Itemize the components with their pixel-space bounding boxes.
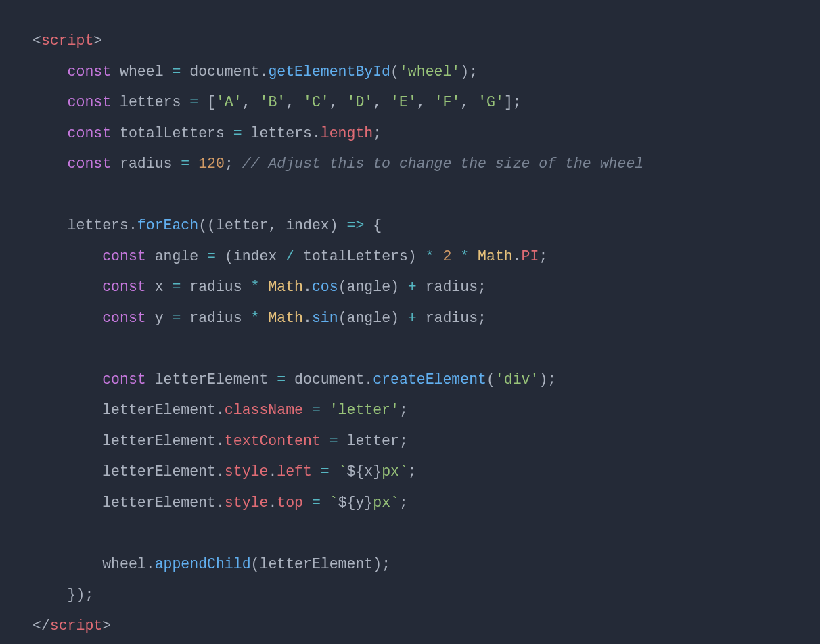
code-token: ) bbox=[390, 279, 399, 295]
code-line[interactable]: wheel.appendChild(letterElement); bbox=[32, 556, 390, 572]
code-token: ) bbox=[373, 556, 382, 572]
code-token bbox=[259, 310, 268, 326]
code-token: radius bbox=[181, 279, 250, 295]
code-token: ; bbox=[85, 586, 93, 603]
code-token: ` bbox=[329, 495, 338, 511]
code-token: ; bbox=[399, 433, 408, 449]
code-token: left bbox=[277, 463, 312, 480]
code-token: ( bbox=[251, 556, 260, 572]
code-token: . bbox=[259, 64, 268, 80]
code-token: ( bbox=[338, 310, 347, 326]
code-token: 'div' bbox=[495, 371, 539, 388]
code-token: 120 bbox=[198, 156, 225, 172]
code-token: 'A' bbox=[216, 94, 242, 110]
code-token: . bbox=[268, 463, 277, 480]
code-token: radius bbox=[417, 310, 478, 326]
code-token: } bbox=[364, 495, 373, 511]
code-line[interactable]: letterElement.style.left = `${x}px`; bbox=[32, 463, 417, 480]
code-token: = bbox=[189, 94, 198, 110]
code-token: . bbox=[216, 495, 225, 511]
code-line[interactable]: const totalLetters = letters.length; bbox=[32, 125, 382, 141]
code-token: = bbox=[172, 64, 181, 80]
code-token: const bbox=[68, 156, 112, 172]
code-token: = bbox=[321, 463, 329, 480]
code-token bbox=[32, 371, 102, 388]
code-token: style bbox=[225, 495, 269, 511]
code-token: / bbox=[286, 248, 294, 264]
code-line[interactable]: const x = radius * Math.cos(angle) + rad… bbox=[32, 279, 486, 295]
code-token: index bbox=[233, 248, 286, 264]
code-token: + bbox=[408, 310, 417, 326]
code-token: , bbox=[242, 94, 260, 110]
code-line[interactable]: letterElement.textContent = letter; bbox=[32, 433, 408, 449]
code-line[interactable]: const letters = ['A', 'B', 'C', 'D', 'E'… bbox=[32, 94, 522, 110]
code-token: letter bbox=[216, 217, 268, 233]
code-token: . bbox=[216, 463, 225, 480]
code-token: const bbox=[68, 94, 112, 110]
code-token: Math bbox=[268, 279, 303, 295]
code-token: 2 bbox=[442, 248, 451, 264]
code-token: ) bbox=[329, 217, 347, 233]
code-token: . bbox=[513, 248, 522, 264]
code-token: , bbox=[286, 94, 303, 110]
code-line[interactable]: const y = radius * Math.sin(angle) + rad… bbox=[32, 310, 486, 326]
code-token: radius bbox=[111, 156, 181, 172]
code-token: 'letter' bbox=[329, 402, 399, 418]
code-token: ] bbox=[504, 94, 513, 110]
code-token: const bbox=[68, 125, 112, 141]
code-token bbox=[321, 433, 329, 449]
code-line[interactable]: }); bbox=[32, 586, 93, 603]
code-token: . bbox=[216, 433, 225, 449]
code-token: > bbox=[93, 32, 102, 49]
code-line[interactable]: letters.forEach((letter, index) => { bbox=[32, 217, 382, 233]
code-line[interactable]: const radius = 120; // Adjust this to ch… bbox=[32, 156, 643, 172]
code-token bbox=[216, 248, 225, 264]
code-token: PI bbox=[522, 248, 539, 264]
code-line[interactable]: const letterElement = document.createEle… bbox=[32, 371, 556, 388]
code-token: ( bbox=[338, 279, 347, 295]
code-line[interactable]: letterElement.style.top = `${y}px`; bbox=[32, 495, 408, 511]
code-token bbox=[451, 248, 460, 264]
code-token: wheel bbox=[32, 556, 146, 572]
code-token bbox=[32, 94, 68, 110]
code-token: totalLetters bbox=[111, 125, 233, 141]
code-token: ; bbox=[513, 94, 522, 110]
code-token: ` bbox=[399, 463, 408, 480]
code-token: < bbox=[32, 32, 41, 49]
code-token: script bbox=[41, 32, 93, 49]
code-token: = bbox=[207, 248, 216, 264]
code-token: 'F' bbox=[434, 94, 461, 110]
code-token: letters bbox=[111, 94, 189, 110]
code-token: . bbox=[146, 556, 155, 572]
code-token bbox=[32, 310, 102, 326]
code-token: ${ bbox=[338, 495, 356, 511]
code-token: 'wheel' bbox=[399, 64, 460, 80]
code-token: 'D' bbox=[347, 94, 373, 110]
code-token: index bbox=[286, 217, 329, 233]
code-token: letterElement bbox=[259, 556, 373, 572]
code-line[interactable]: letterElement.className = 'letter'; bbox=[32, 402, 408, 418]
code-token: . bbox=[303, 279, 312, 295]
code-token bbox=[32, 64, 68, 80]
code-line[interactable]: </script> bbox=[32, 618, 111, 634]
code-token: . bbox=[129, 217, 137, 233]
code-token bbox=[32, 248, 102, 264]
code-token: letterElement bbox=[32, 402, 216, 418]
code-line[interactable]: const wheel = document.getElementById('w… bbox=[32, 64, 478, 80]
code-token: ) bbox=[390, 310, 399, 326]
code-line[interactable]: const angle = (index / totalLetters) * 2… bbox=[32, 248, 547, 264]
code-line[interactable]: <script> bbox=[32, 32, 102, 49]
code-token bbox=[32, 279, 102, 295]
code-token: top bbox=[277, 495, 303, 511]
code-token: letterElement bbox=[32, 463, 216, 480]
code-token: y bbox=[355, 495, 364, 511]
code-block[interactable]: <script> const wheel = document.getEleme… bbox=[0, 0, 820, 644]
code-token: angle bbox=[146, 248, 207, 264]
code-token bbox=[32, 125, 68, 141]
code-token: ; bbox=[373, 125, 382, 141]
code-token: * bbox=[251, 279, 260, 295]
code-token: const bbox=[102, 248, 146, 264]
code-token: 'B' bbox=[260, 94, 286, 110]
code-token: + bbox=[408, 279, 417, 295]
code-token: ) bbox=[460, 64, 469, 80]
